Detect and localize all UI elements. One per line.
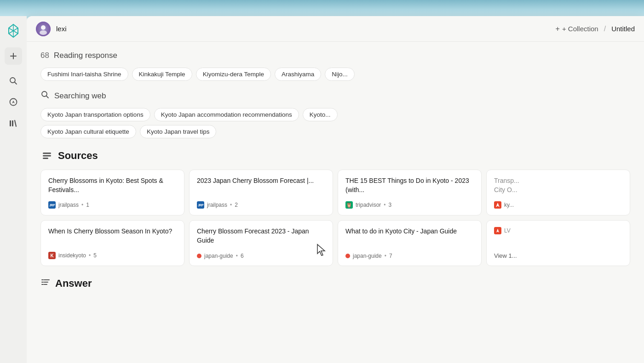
source-title-4: Transp...City O...	[494, 176, 622, 194]
collection-button[interactable]: + + Collection	[556, 25, 598, 33]
source-num-6: 6	[241, 253, 244, 259]
svg-point-6	[40, 30, 47, 35]
answer-label: Answer	[55, 278, 92, 289]
source-card-1[interactable]: Cherry Blossoms in Kyoto: Best Spots & F…	[40, 170, 184, 216]
svg-rect-2	[10, 120, 11, 126]
source-site-2: jrailpass	[207, 202, 227, 208]
source-num-1: 1	[86, 202, 89, 208]
tag-kiyomizu[interactable]: Kiyomizu-dera Temple	[196, 68, 271, 81]
answer-section: Answer	[40, 277, 630, 290]
sources-icon	[40, 149, 53, 162]
query-accommodation[interactable]: Kyoto Japan accommodation recommendation…	[154, 108, 299, 121]
favicon-kyoto-4	[494, 201, 501, 209]
add-button[interactable]	[5, 47, 22, 65]
source-meta-2: JRP jrailpass • 2	[197, 201, 325, 209]
topic-tags-row: Fushimi Inari-taisha Shrine Kinkakuji Te…	[40, 68, 630, 81]
tag-fushimi[interactable]: Fushimi Inari-taisha Shrine	[40, 68, 128, 81]
source-title-3: THE 15 BEST Things to Do in Kyoto - 2023…	[345, 176, 474, 194]
query-etiquette[interactable]: Kyoto Japan cultural etiquette	[40, 125, 136, 138]
compass-icon[interactable]	[5, 93, 22, 111]
user-name-label: lexi	[56, 25, 67, 33]
query-travel-tips[interactable]: Kyoto Japan travel tips	[140, 125, 217, 138]
search-queries-row1: Kyoto Japan transportation options Kyoto…	[40, 108, 630, 121]
svg-point-5	[41, 25, 46, 30]
source-site-3: tripadvisor	[356, 202, 381, 208]
source-num-5: 5	[93, 252, 97, 259]
sidebar	[0, 16, 27, 363]
user-avatar	[36, 22, 51, 36]
untitled-label[interactable]: Untitled	[611, 25, 635, 33]
topbar: lexi + + Collection / Untitled	[27, 16, 644, 42]
view-all-link[interactable]: View 1...	[494, 252, 622, 259]
source-meta-5: K insidekyoto • 5	[48, 252, 177, 259]
favicon-japanguide-7	[345, 254, 350, 258]
source-meta-4: ky...	[494, 201, 622, 209]
query-transport[interactable]: Kyoto Japan transportation options	[40, 108, 150, 121]
sources-grid: Cherry Blossoms in Kyoto: Best Spots & F…	[40, 170, 630, 266]
favicon-japanguide-6	[197, 254, 201, 258]
source-card-8[interactable]: LV View 1...	[486, 220, 630, 266]
tag-arashiyama[interactable]: Arashiyama	[275, 68, 321, 81]
source-meta-1: JRP jrailpass • 1	[48, 201, 177, 209]
source-meta-7: japan-guide • 7	[345, 253, 474, 259]
svg-point-7	[42, 91, 47, 96]
source-card-2[interactable]: 2023 Japan Cherry Blossom Forecast |... …	[189, 170, 333, 216]
source-card-5[interactable]: When Is Cherry Blossom Season In Kyoto? …	[40, 220, 184, 266]
source-title-8: LV	[494, 227, 622, 238]
favicon-tripadvisor-3: 🦉	[345, 201, 353, 209]
sources-label: Sources	[58, 150, 98, 162]
source-title-5: When Is Cherry Blossom Season In Kyoto?	[48, 227, 177, 236]
tag-nijo[interactable]: Nijo...	[325, 68, 355, 81]
source-site-1: jrailpass	[58, 202, 79, 208]
source-meta-3: 🦉 tripadvisor • 3	[345, 201, 474, 209]
svg-rect-3	[12, 120, 13, 126]
source-site-4: ky...	[504, 202, 514, 208]
query-kyoto-extra[interactable]: Kyoto...	[303, 108, 338, 121]
tag-kinkakuji[interactable]: Kinkakuji Temple	[132, 68, 192, 81]
reading-response-icon: 68	[40, 51, 49, 60]
plus-icon: +	[556, 25, 560, 33]
search-web-icon	[40, 90, 50, 102]
svg-rect-9	[43, 155, 51, 157]
source-num-3: 3	[389, 202, 392, 208]
source-card-3[interactable]: THE 15 BEST Things to Do in Kyoto - 2023…	[338, 170, 482, 216]
searching-web-label: Searching web	[54, 91, 106, 101]
source-meta-6: japan-guide • 6	[197, 253, 325, 259]
topbar-actions: + + Collection / Untitled	[556, 25, 635, 33]
app-container: lexi + + Collection / Untitled 68 Readin…	[27, 16, 644, 363]
source-site-7: japan-guide	[353, 253, 382, 259]
svg-rect-8	[43, 153, 51, 154]
search-queries-row2: Kyoto Japan cultural etiquette Kyoto Jap…	[40, 125, 630, 138]
source-card-4[interactable]: Transp...City O... ky...	[486, 170, 630, 216]
source-num-2: 2	[235, 202, 238, 208]
favicon-insidekyoto-5: K	[48, 252, 56, 259]
main-content: 68 Reading response Fushimi Inari-taisha…	[27, 42, 644, 363]
source-site-6: japan-guide	[204, 253, 233, 259]
source-title-1: Cherry Blossoms in Kyoto: Best Spots & F…	[48, 176, 177, 194]
scenic-background	[0, 0, 644, 18]
breadcrumb-separator: /	[604, 25, 606, 33]
collection-label: + Collection	[562, 25, 598, 33]
svg-point-0	[10, 78, 15, 83]
source-card-6[interactable]: Cherry Blossom Forecast 2023 - Japan Gui…	[189, 220, 333, 266]
reading-response-label: Reading response	[54, 51, 117, 60]
source-title-6: Cherry Blossom Forecast 2023 - Japan Gui…	[197, 227, 325, 245]
answer-icon	[40, 277, 51, 290]
source-card-7[interactable]: What to do in Kyoto City - Japan Guide j…	[338, 220, 482, 266]
favicon-jrp-1: JRP	[48, 201, 56, 209]
source-title-2: 2023 Japan Cherry Blossom Forecast |...	[197, 176, 325, 186]
source-site-5: insidekyoto	[58, 252, 86, 259]
search-icon[interactable]	[5, 72, 22, 90]
source-title-7: What to do in Kyoto City - Japan Guide	[345, 227, 474, 236]
svg-rect-10	[43, 158, 48, 159]
sources-header: Sources	[40, 149, 630, 162]
reading-response-section: 68 Reading response	[40, 51, 630, 60]
source-num-7: 7	[389, 253, 392, 259]
app-logo[interactable]	[4, 22, 23, 40]
library-icon[interactable]	[5, 114, 22, 132]
searching-web-section: Searching web	[40, 90, 630, 102]
favicon-jrp-2: JRP	[197, 201, 204, 209]
